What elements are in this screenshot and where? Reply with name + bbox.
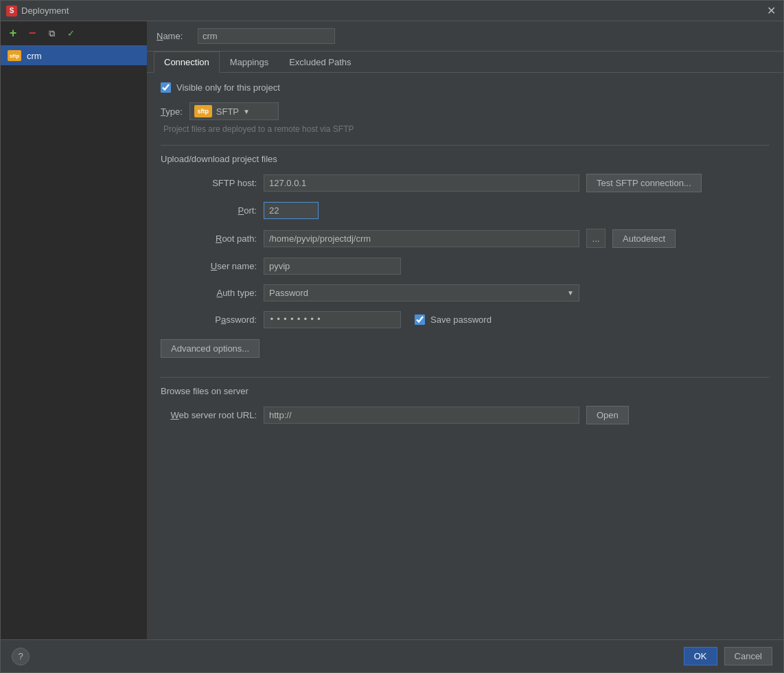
browse-section-title: Browse files on server <box>161 386 770 396</box>
auth-type-select[interactable]: Password ▼ <box>264 284 579 301</box>
browse-section-divider <box>161 377 770 378</box>
auth-type-value: Password <box>269 288 563 298</box>
sftp-host-input[interactable] <box>264 174 579 192</box>
app-icon: S <box>6 5 17 16</box>
root-path-input[interactable] <box>264 230 579 247</box>
copy-deployment-button[interactable]: ⧉ <box>43 25 60 42</box>
main-body: + − ⧉ ✓ sftp crm Name: Connection Mappin… <box>1 21 783 639</box>
root-path-browse-button[interactable]: ... <box>586 229 606 248</box>
sftp-host-row: SFTP host: Test SFTP connection... <box>161 174 770 192</box>
password-row: Password: Save password <box>161 311 770 328</box>
open-button[interactable]: Open <box>586 406 629 424</box>
auth-type-row: Auth type: Password ▼ <box>161 284 770 301</box>
save-password-checkbox[interactable] <box>415 315 425 325</box>
content-area: Name: Connection Mappings Excluded Paths… <box>147 21 783 639</box>
advanced-options-button[interactable]: Advanced options... <box>161 339 260 358</box>
remove-deployment-button[interactable]: − <box>24 25 41 42</box>
deployment-window: S Deployment ✕ + − ⧉ ✓ sftp crm Name: <box>0 0 784 673</box>
user-name-label: User name: <box>161 261 257 271</box>
sidebar-item-label: crm <box>27 51 42 61</box>
cancel-button[interactable]: Cancel <box>724 647 772 665</box>
auth-type-label: Auth type: <box>161 288 257 298</box>
help-button[interactable]: ? <box>12 648 30 665</box>
visible-checkbox-label: Visible only for this project <box>176 82 280 93</box>
port-input[interactable] <box>264 202 319 219</box>
advanced-btn-row: Advanced options... <box>161 339 770 358</box>
ok-button[interactable]: OK <box>684 647 717 665</box>
sftp-icon: sftp <box>8 50 21 61</box>
type-label: Type: <box>161 106 183 117</box>
root-path-label: Root path: <box>161 233 257 244</box>
title-bar-left: S Deployment <box>6 5 69 16</box>
autodetect-button[interactable]: Autodetect <box>612 229 676 248</box>
save-password-row: Save password <box>415 315 492 325</box>
tabs-bar: Connection Mappings Excluded Paths <box>147 52 783 73</box>
web-server-label: Web server root URL: <box>161 410 257 420</box>
section-divider <box>161 145 770 146</box>
type-hint: Project files are deployed to a remote h… <box>163 124 770 134</box>
name-row: Name: <box>147 21 783 52</box>
title-bar: S Deployment ✕ <box>1 1 783 21</box>
name-label: Name: <box>157 31 191 41</box>
visible-checkbox-row: Visible only for this project <box>161 82 770 93</box>
port-row: Port: <box>161 202 770 219</box>
bottom-bar: ? OK Cancel <box>1 639 783 672</box>
type-value: SFTP <box>216 106 239 117</box>
user-name-input[interactable] <box>264 258 401 275</box>
root-path-row: Root path: ... Autodetect <box>161 229 770 248</box>
auth-type-dropdown-arrow-icon: ▼ <box>567 289 574 297</box>
upload-section-title: Upload/download project files <box>161 154 770 164</box>
type-row: Type: sftp SFTP ▼ <box>161 102 770 120</box>
save-password-label: Save password <box>430 315 492 325</box>
window-title: Deployment <box>21 5 69 16</box>
web-server-row: Web server root URL: Open <box>161 406 770 424</box>
sidebar: + − ⧉ ✓ sftp crm <box>1 21 147 639</box>
tab-content-connection: Visible only for this project Type: sftp… <box>147 73 783 639</box>
password-input[interactable] <box>264 311 401 328</box>
web-server-input[interactable] <box>264 407 579 424</box>
port-label: Port: <box>161 205 257 216</box>
visible-checkbox[interactable] <box>161 82 171 93</box>
add-deployment-button[interactable]: + <box>5 25 21 42</box>
test-connection-button[interactable]: Test SFTP connection... <box>586 174 702 192</box>
tab-mappings[interactable]: Mappings <box>220 52 279 73</box>
browse-section: Browse files on server Web server root U… <box>161 377 770 424</box>
sftp-host-label: SFTP host: <box>161 178 257 188</box>
tab-excluded-paths[interactable]: Excluded Paths <box>279 52 361 73</box>
type-select[interactable]: sftp SFTP ▼ <box>189 102 279 120</box>
type-dropdown-arrow-icon: ▼ <box>243 108 250 115</box>
sidebar-toolbar: + − ⧉ ✓ <box>1 21 147 46</box>
sidebar-item-crm[interactable]: sftp crm <box>1 46 147 65</box>
check-deployment-button[interactable]: ✓ <box>62 25 79 42</box>
password-label: Password: <box>161 315 257 325</box>
upload-form: SFTP host: Test SFTP connection... Port:… <box>161 174 770 328</box>
name-input[interactable] <box>198 28 335 44</box>
tab-connection[interactable]: Connection <box>154 52 220 73</box>
close-button[interactable]: ✕ <box>764 4 778 18</box>
user-name-row: User name: <box>161 258 770 275</box>
type-sftp-icon: sftp <box>194 105 212 117</box>
